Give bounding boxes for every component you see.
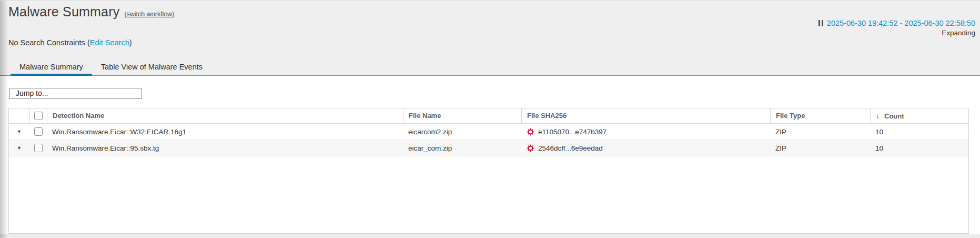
row-checkbox[interactable] xyxy=(34,127,43,136)
file-sha256-text[interactable]: e1105070...e747b397 xyxy=(538,128,607,136)
title-row: Malware Summary (switch workflow) xyxy=(8,4,175,19)
column-header-count[interactable]: ↓Count xyxy=(870,108,968,123)
table-row: ▼ Win.Ransomware.Eicar::95.sbx.tg eicar_… xyxy=(9,140,968,156)
file-name-cell: eicar_com.zip xyxy=(403,144,521,152)
column-header-file-sha256[interactable]: File SHA256 xyxy=(521,108,770,123)
time-window-area: 2025-06-30 19:42:52 - 2025-06-30 22:58:5… xyxy=(819,19,975,37)
expand-row-icon[interactable]: ▼ xyxy=(17,130,22,134)
column-header-file-name[interactable]: File Name xyxy=(403,108,521,123)
header-checkbox-cell xyxy=(29,108,47,123)
tab-malware-summary[interactable]: Malware Summary xyxy=(11,63,92,76)
jump-to-dropdown[interactable]: Jump to... xyxy=(9,88,142,99)
constraints-suffix: ) xyxy=(129,38,132,47)
file-name-cell: eicarcom2.zip xyxy=(403,128,521,136)
count-header-label: Count xyxy=(884,112,904,120)
malware-summary-table: Detection Name File Name File SHA256 Fil… xyxy=(8,108,969,234)
tab-table-view-of-malware-events[interactable]: Table View of Malware Events xyxy=(92,63,211,76)
sort-descending-icon: ↓ xyxy=(876,112,880,120)
time-range-link[interactable]: 2025-06-30 19:42:52 - 2025-06-30 22:58:5… xyxy=(827,19,975,27)
bottom-strip xyxy=(0,234,980,238)
malware-disposition-icon[interactable] xyxy=(527,144,534,152)
edit-search-link[interactable]: Edit Search xyxy=(90,38,129,47)
workflow-tabs: Malware Summary Table View of Malware Ev… xyxy=(11,63,211,76)
search-constraints: No Search Constraints (Edit Search) xyxy=(8,38,132,47)
count-cell: 10 xyxy=(870,128,968,136)
header-expand-cell xyxy=(9,108,29,123)
page-header: Malware Summary (switch workflow) 2025-0… xyxy=(0,1,980,76)
malware-summary-page: Malware Summary (switch workflow) 2025-0… xyxy=(0,0,980,238)
malware-disposition-icon[interactable] xyxy=(527,128,534,136)
file-sha256-cell: e1105070...e747b397 xyxy=(521,128,770,136)
page-title: Malware Summary xyxy=(8,4,119,19)
column-header-detection-name[interactable]: Detection Name xyxy=(47,108,403,123)
row-checkbox[interactable] xyxy=(34,144,43,152)
switch-workflow-link[interactable]: (switch workflow) xyxy=(124,11,174,18)
table-row: ▼ Win.Ransomware.Eicar::W32.EICAR.16g1 e… xyxy=(9,124,968,140)
expand-row-icon[interactable]: ▼ xyxy=(17,146,22,151)
file-type-cell: ZIP xyxy=(770,128,870,136)
pause-icon[interactable] xyxy=(819,20,823,26)
file-sha256-cell: 2546dcff...6e9eedad xyxy=(521,144,770,152)
detection-name-cell: Win.Ransomware.Eicar::W32.EICAR.16g1 xyxy=(47,128,403,136)
count-cell: 10 xyxy=(870,144,968,152)
file-type-cell: ZIP xyxy=(770,144,870,152)
file-sha256-text[interactable]: 2546dcff...6e9eedad xyxy=(538,144,603,152)
detection-name-cell: Win.Ransomware.Eicar::95.sbx.tg xyxy=(47,144,403,152)
constraints-prefix: No Search Constraints ( xyxy=(8,38,90,47)
content-area: Jump to... Detection Name File Name File… xyxy=(0,76,980,238)
time-window-mode: Expanding xyxy=(819,29,975,37)
table-header-row: Detection Name File Name File SHA256 Fil… xyxy=(9,108,968,124)
column-header-file-type[interactable]: File Type xyxy=(770,108,870,123)
select-all-checkbox[interactable] xyxy=(34,112,43,120)
